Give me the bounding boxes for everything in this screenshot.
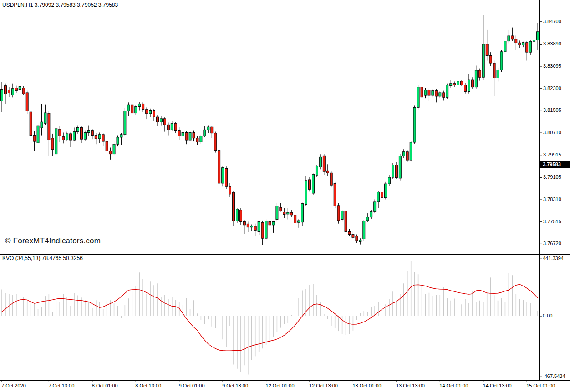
- bull-candle: [370, 211, 372, 217]
- bear-candle: [33, 136, 36, 141]
- bull-candle: [11, 89, 14, 95]
- bull-candle: [171, 123, 173, 130]
- bear-candle: [395, 165, 397, 178]
- bull-candle: [312, 174, 314, 193]
- bear-candle: [196, 138, 198, 142]
- bear-candle: [153, 110, 155, 117]
- bull-candle: [276, 206, 278, 220]
- current-price-tag: 3.79583: [540, 161, 570, 168]
- bear-candle: [461, 81, 463, 85]
- bull-candle: [117, 137, 119, 144]
- bull-candle: [392, 165, 394, 178]
- bear-candle: [80, 127, 82, 139]
- bear-candle: [70, 134, 72, 140]
- bull-candle: [98, 135, 101, 139]
- pane-divider-bottom: [0, 254, 570, 255]
- bull-candle: [497, 70, 499, 78]
- time-axis-label: 12 Oct 01:00: [266, 383, 295, 389]
- bull-candle: [439, 93, 441, 96]
- bull-candle: [537, 32, 539, 40]
- bull-candle: [135, 107, 137, 113]
- bull-candle: [272, 221, 275, 225]
- bear-candle: [15, 88, 17, 90]
- price-axis-label: 3.80710: [543, 130, 561, 136]
- bear-candle: [193, 132, 195, 138]
- bull-candle: [124, 111, 126, 135]
- time-axis-border: [0, 380, 570, 381]
- bear-candle: [109, 151, 112, 154]
- bull-candle: [305, 181, 307, 205]
- bear-candle: [334, 184, 336, 206]
- bear-candle: [261, 222, 264, 238]
- bear-candle: [453, 84, 456, 85]
- bear-candle: [515, 39, 517, 43]
- bull-candle: [319, 157, 321, 167]
- bull-candle: [189, 132, 191, 140]
- time-axis-label: 13 Oct 13:00: [396, 383, 425, 389]
- bear-candle: [156, 117, 158, 122]
- bear-candle: [290, 212, 293, 215]
- bull-candle: [316, 166, 318, 176]
- bull-candle: [388, 177, 390, 184]
- bear-candle: [309, 180, 311, 189]
- price-axis-label: 3.83095: [543, 63, 561, 69]
- bear-candle: [280, 207, 282, 211]
- bull-candle: [529, 41, 532, 52]
- bull-candle: [41, 122, 43, 128]
- bull-candle: [359, 240, 361, 242]
- time-axis-label: 9 Oct 13:00: [222, 383, 248, 389]
- bear-candle: [421, 87, 423, 97]
- bear-candle: [211, 127, 213, 133]
- price-axis-label: 3.83890: [543, 41, 561, 47]
- bull-candle: [457, 81, 459, 85]
- bear-candle: [345, 211, 347, 231]
- price-axis-label: 3.78310: [543, 196, 561, 202]
- bear-candle: [4, 86, 6, 94]
- bear-candle: [323, 156, 325, 171]
- bull-candle: [417, 87, 419, 108]
- bull-candle: [204, 130, 206, 136]
- bear-candle: [229, 186, 231, 194]
- bull-candle: [533, 40, 535, 42]
- bull-candle: [160, 119, 162, 122]
- bear-candle: [106, 141, 108, 151]
- bear-candle: [91, 131, 93, 136]
- bull-candle: [258, 221, 260, 231]
- bear-candle: [142, 104, 144, 109]
- bull-candle: [87, 131, 90, 133]
- bull-candle: [207, 127, 209, 130]
- watermark-text: © ForexMT4Indicators.com: [5, 238, 101, 244]
- bear-candle: [146, 110, 148, 114]
- bull-candle: [298, 221, 300, 222]
- bear-candle: [48, 113, 50, 140]
- bull-candle: [446, 85, 448, 98]
- bull-candle: [200, 136, 202, 142]
- bear-candle: [489, 55, 492, 63]
- bear-candle: [218, 151, 220, 183]
- bull-candle: [424, 90, 427, 95]
- bull-candle: [138, 104, 141, 106]
- bear-candle: [478, 70, 481, 77]
- mt4-chart-window: USDPLN,H1 3.79092 3.79583 3.79052 3.7958…: [0, 0, 570, 392]
- bull-candle: [44, 113, 46, 123]
- bull-candle: [250, 226, 253, 227]
- bull-candle: [127, 105, 130, 111]
- bull-candle: [475, 70, 477, 87]
- bear-candle: [239, 210, 242, 222]
- bear-candle: [526, 43, 528, 52]
- bear-candle: [30, 112, 32, 135]
- time-axis-label: 7 Oct 13:00: [48, 383, 74, 389]
- bull-candle: [66, 134, 68, 140]
- bear-candle: [435, 91, 438, 96]
- chart-canvas[interactable]: [0, 0, 570, 392]
- bull-candle: [73, 132, 76, 140]
- bull-candle: [222, 168, 224, 183]
- price-axis-label: 3.76720: [543, 241, 561, 246]
- time-axis-label: 12 Oct 13:00: [309, 383, 338, 389]
- bull-candle: [77, 127, 79, 131]
- indicator-title: KVO (34,55,13) 78.4765 50.3256: [2, 256, 83, 261]
- bull-candle: [413, 107, 416, 142]
- bear-candle: [167, 125, 169, 130]
- bull-candle: [37, 126, 39, 143]
- bull-candle: [366, 217, 369, 221]
